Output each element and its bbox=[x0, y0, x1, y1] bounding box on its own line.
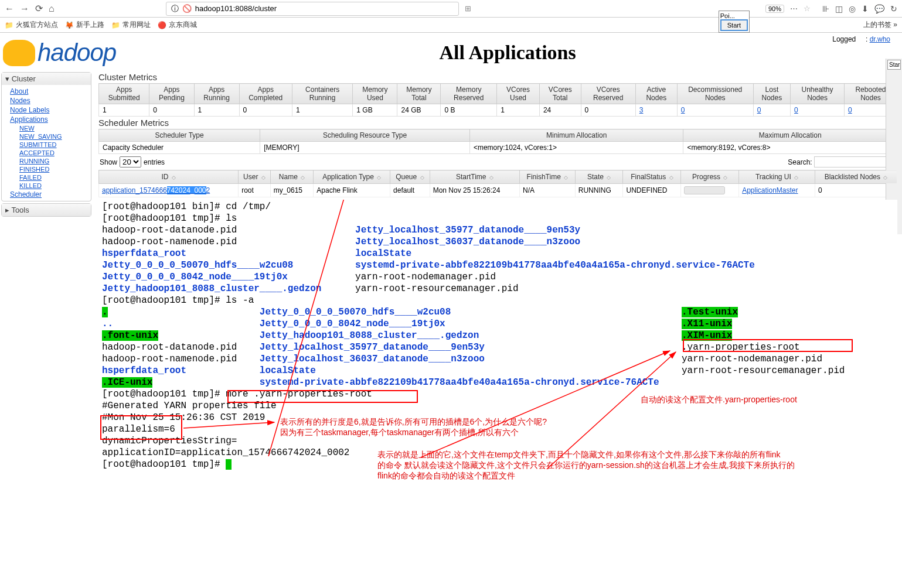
start-button[interactable]: Start bbox=[720, 19, 748, 31]
metric-header: Lost Nodes bbox=[753, 84, 790, 104]
annotation-3: 表示的就是上面的它,这个文件在temp文件夹下,而且十个隐藏文件,如果你有这个文… bbox=[377, 449, 893, 481]
entries-select[interactable]: 20 bbox=[120, 156, 141, 167]
sidebar-tools-header[interactable]: ▸ Tools bbox=[2, 204, 91, 216]
metric-header: Apps Running bbox=[194, 84, 239, 104]
forward-icon[interactable]: → bbox=[20, 4, 29, 14]
column-header[interactable]: Blacklisted Nodes ◇ bbox=[815, 170, 897, 184]
browser-toolbar: ← → ⟳ ⌂ ⓘ 🚫 hadoop101:8088/cluster ⊞ 90%… bbox=[0, 0, 902, 18]
metric-header: Containers Running bbox=[292, 84, 352, 104]
metric-value: 0 bbox=[791, 104, 845, 117]
app-id-link[interactable]: application_1574666742024_0002 bbox=[102, 186, 210, 194]
column-header[interactable]: ID ◇ bbox=[99, 170, 239, 184]
metric-value: 0 B bbox=[441, 104, 497, 117]
sidebar: ▾ Cluster About Nodes Node Labels Applic… bbox=[0, 70, 94, 578]
metric-value: 0 bbox=[677, 104, 753, 117]
column-header[interactable]: FinishTime ◇ bbox=[520, 170, 576, 184]
refresh-ext-icon[interactable]: ↻ bbox=[890, 4, 897, 13]
sidebar-killed[interactable]: KILLED bbox=[10, 182, 87, 190]
bookmark-1[interactable]: 📁 火狐官方站点 bbox=[5, 20, 58, 30]
metric-value: 0 bbox=[149, 104, 194, 117]
scheduler-metrics-table: Scheduler TypeScheduling Resource TypeMi… bbox=[98, 129, 897, 154]
metric-value: 0 bbox=[239, 104, 292, 117]
progress-bar bbox=[684, 186, 725, 194]
cluster-metrics-title: Cluster Metrics bbox=[98, 72, 897, 82]
back-icon[interactable]: ← bbox=[5, 4, 14, 14]
metric-value: 24 bbox=[539, 104, 581, 117]
applications-table: ID ◇User ◇Name ◇Application Type ◇Queue … bbox=[98, 170, 897, 197]
blocked-icon: 🚫 bbox=[182, 4, 192, 13]
metric-header: VCores Used bbox=[497, 84, 540, 104]
column-header[interactable]: Name ◇ bbox=[270, 170, 314, 184]
sidebar-accepted[interactable]: ACCEPTED bbox=[10, 149, 87, 157]
page-title: All Applications bbox=[116, 42, 899, 64]
library-icon[interactable]: ⊪ bbox=[822, 4, 829, 13]
column-header[interactable]: StartTime ◇ bbox=[430, 170, 519, 184]
bookmark-4[interactable]: 🔴 京东商城 bbox=[158, 20, 197, 30]
bookmark-3[interactable]: 📁 常用网址 bbox=[111, 20, 151, 30]
chat-icon[interactable]: 💬 bbox=[874, 4, 884, 13]
search-input[interactable] bbox=[814, 156, 896, 167]
sidebar-icon[interactable]: ◫ bbox=[835, 4, 843, 13]
annotation-1: 表示所有的并行度是6,就是告诉你,所有可用的插槽是6个,为什么是六个呢?因为有三… bbox=[280, 416, 608, 437]
url-text: hadoop101:8088/cluster bbox=[195, 4, 277, 13]
sidebar-nodes[interactable]: Nodes bbox=[10, 96, 87, 105]
metric-value: 1 bbox=[292, 104, 352, 117]
info-icon[interactable]: ⓘ bbox=[171, 4, 179, 14]
reload-icon[interactable]: ⟳ bbox=[35, 3, 43, 14]
logged-in-status: Logged : dr.who bbox=[832, 35, 890, 43]
table-row[interactable]: application_1574666742024_0002 root my_0… bbox=[99, 184, 897, 197]
metric-header: Apps Completed bbox=[239, 84, 292, 104]
menu-dots-icon[interactable]: ⋯ bbox=[790, 4, 798, 13]
metric-value: 0 bbox=[753, 104, 790, 117]
column-header[interactable]: Queue ◇ bbox=[390, 170, 430, 184]
table-controls: Show 20 entries Search: bbox=[98, 154, 897, 170]
bookmarks-bar: 📁 火狐官方站点 🦊 新手上路 📁 常用网址 🔴 京东商城 上的书签 » bbox=[0, 18, 902, 33]
sidebar-submitted[interactable]: SUBMITTED bbox=[10, 141, 87, 149]
main-content: Cluster Metrics Apps SubmittedApps Pendi… bbox=[94, 70, 902, 578]
metric-value: 1 GB bbox=[353, 104, 397, 117]
sync-icon[interactable]: ◎ bbox=[849, 4, 856, 13]
column-header[interactable]: Application Type ◇ bbox=[314, 170, 390, 184]
metric-header: Unhealthy Nodes bbox=[791, 84, 845, 104]
sidebar-scheduler[interactable]: Scheduler bbox=[10, 190, 87, 199]
metric-header: Active Nodes bbox=[635, 84, 677, 104]
sidebar-new[interactable]: NEW bbox=[10, 124, 87, 132]
home-icon[interactable]: ⌂ bbox=[49, 4, 55, 14]
cluster-metrics-table: Apps SubmittedApps PendingApps RunningAp… bbox=[98, 83, 897, 117]
column-header[interactable]: State ◇ bbox=[575, 170, 623, 184]
highlight-box-1 bbox=[227, 390, 418, 403]
annotation-2: 自动的读这个配置文件.yarn-properties-root bbox=[641, 394, 797, 405]
sidebar-node-labels[interactable]: Node Labels bbox=[10, 105, 87, 115]
sidebar-failed[interactable]: FAILED bbox=[10, 173, 87, 182]
highlight-box-2 bbox=[100, 415, 182, 440]
sidebar-applications[interactable]: Applications bbox=[10, 115, 87, 124]
sidebar-running[interactable]: RUNNING bbox=[10, 157, 87, 165]
floating-tool-window[interactable]: Poi... Start bbox=[719, 11, 750, 33]
column-header[interactable]: Tracking UI ◇ bbox=[739, 170, 815, 184]
url-bar[interactable]: ⓘ 🚫 hadoop101:8088/cluster bbox=[166, 2, 459, 16]
bookmark-2[interactable]: 🦊 新手上路 bbox=[65, 20, 104, 30]
metric-header: Apps Submitted bbox=[99, 84, 149, 104]
sidebar-new-saving[interactable]: NEW_SAVING bbox=[10, 132, 87, 141]
highlight-box-3 bbox=[683, 339, 853, 352]
scheduler-metrics-title: Scheduler Metrics bbox=[98, 118, 897, 128]
metric-header: Apps Pending bbox=[149, 84, 194, 104]
hadoop-logo: hadoop bbox=[3, 39, 116, 67]
terminal-output: [root@hadoop101 bin]# cd /tmp/[root@hado… bbox=[98, 200, 897, 577]
metric-value: 1 bbox=[497, 104, 540, 117]
column-header[interactable]: FinalStatus ◇ bbox=[623, 170, 681, 184]
bookmarks-overflow[interactable]: 上的书签 » bbox=[863, 20, 897, 30]
star-icon[interactable]: ☆ bbox=[804, 4, 811, 13]
column-header[interactable]: User ◇ bbox=[239, 170, 271, 184]
user-link[interactable]: dr.who bbox=[870, 35, 890, 43]
sidebar-cluster-header[interactable]: ▾ Cluster bbox=[2, 73, 91, 85]
column-header[interactable]: Progress ◇ bbox=[681, 170, 739, 184]
grid-icon[interactable]: ⊞ bbox=[465, 4, 471, 13]
tracking-link[interactable]: ApplicationMaster bbox=[742, 186, 798, 194]
sidebar-about[interactable]: About bbox=[10, 87, 87, 96]
page-header: hadoop All Applications bbox=[0, 33, 902, 70]
sidebar-finished[interactable]: FINISHED bbox=[10, 165, 87, 173]
zoom-level[interactable]: 90% bbox=[765, 5, 784, 13]
download-icon[interactable]: ⬇ bbox=[862, 4, 869, 13]
metric-value: 1 bbox=[99, 104, 149, 117]
